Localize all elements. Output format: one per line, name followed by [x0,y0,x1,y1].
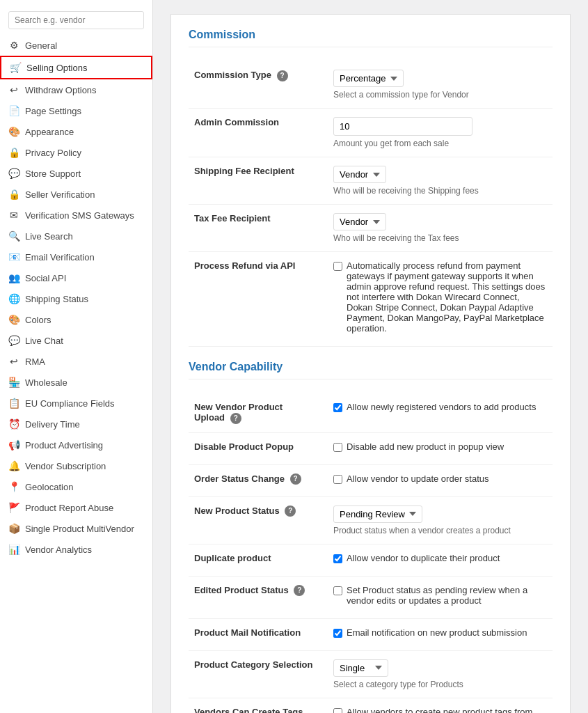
commission-table: Commission Type ? Percentage Fixed Combi… [189,61,553,347]
duplicate-product-field: Allow vendor to duplicate their product [328,544,553,576]
new-vendor-product-upload-hint[interactable]: ? [230,413,241,424]
vendor-analytics-icon: 📊 [8,544,19,555]
sidebar-item-geolocation[interactable]: 📍Geolocation [0,476,152,497]
sidebar-item-verification-sms[interactable]: ✉Verification SMS Gateways [0,205,152,226]
sidebar-item-seller-verification[interactable]: 🔒Seller Verification [0,184,152,205]
sidebar-item-label: Product Advertising [25,440,103,450]
sidebar-item-label: Shipping Status [25,294,88,304]
sidebar-item-general[interactable]: ⚙General [0,35,152,56]
general-icon: ⚙ [8,40,19,51]
sidebar-item-label: Product Report Abuse [25,503,113,513]
duplicate-product-description: Allow vendor to duplicate their product [347,553,500,563]
new-vendor-product-upload-checkbox[interactable] [333,403,342,412]
disable-product-popup-checkbox[interactable] [333,443,342,452]
order-status-change-hint[interactable]: ? [290,473,301,485]
sidebar-item-social-api[interactable]: 👥Social API [0,267,152,288]
search-box[interactable] [0,6,152,35]
shipping-fee-label: Shipping Fee Recipient [189,157,328,205]
sidebar-item-label: Vendor Analytics [25,544,92,555]
sidebar-item-colors[interactable]: 🎨Colors [0,309,152,330]
new-product-status-hint[interactable]: ? [285,506,296,517]
edited-product-status-description: Set Product status as pending review whe… [347,585,547,606]
product-mail-notification-description: Email notification on new product submis… [347,627,527,638]
sidebar-item-page-settings[interactable]: 📄Page Settings [0,100,152,121]
vendors-can-create-tags-description: Allow vendors to create new product tags… [347,707,547,713]
tax-fee-help: Who will be receiving the Tax fees [333,233,547,243]
sidebar-item-label: Selling Options [26,63,87,73]
tax-fee-select[interactable]: Vendor Admin [333,213,386,230]
admin-commission-label: Admin Commission [189,109,328,157]
sidebar-item-single-product[interactable]: 📦Single Product MultiVendor [0,518,152,539]
new-vendor-product-upload-label: New Vendor Product Upload ? [189,393,328,432]
verification-sms-icon: ✉ [8,210,19,221]
edited-product-status-hint[interactable]: ? [294,585,305,596]
commission-type-hint[interactable]: ? [277,70,288,81]
sidebar-item-product-report[interactable]: 🚩Product Report Abuse [0,497,152,518]
sidebar-item-label: RMA [25,356,45,367]
main-content: Commission Commission Type ? Percentage … [153,0,588,713]
sidebar-item-label: Single Product MultiVendor [25,524,134,534]
process-refund-row: Process Refund via API Automatically pro… [189,252,553,347]
product-mail-notification-row: Product Mail Notification Email notifica… [189,618,553,650]
sidebar-item-selling-options[interactable]: 🛒Selling Options [0,56,152,79]
content-box: Commission Commission Type ? Percentage … [170,14,571,713]
product-advertising-icon: 📢 [8,439,19,450]
vendors-can-create-tags-label: Vendors Can Create Tags [189,698,328,713]
shipping-fee-field: Vendor Admin Who will be receiving the S… [328,157,553,205]
sidebar-item-withdraw-options[interactable]: ↩Withdraw Options [0,79,152,100]
product-mail-notification-field: Email notification on new product submis… [328,618,553,650]
vendor-capability-table: New Vendor Product Upload ? Allow newly … [189,393,553,713]
product-category-selection-row: Product Category Selection Single Multip… [189,650,553,698]
process-refund-field: Automatically process refund from paymen… [328,252,553,347]
sidebar: ⚙General🛒Selling Options↩Withdraw Option… [0,0,153,713]
order-status-change-checkbox[interactable] [333,475,342,484]
sidebar-item-label: Live Chat [25,336,63,346]
sidebar-item-email-verification[interactable]: 📧Email Verification [0,246,152,267]
appearance-icon: 🎨 [8,126,19,137]
new-product-status-select[interactable]: Pending Review Published Draft [333,506,422,523]
new-vendor-product-upload-field: Allow newly registered vendors to add pr… [328,393,553,432]
sidebar-item-vendor-subscription[interactable]: 🔔Vendor Subscription [0,455,152,476]
sidebar-item-vendor-analytics[interactable]: 📊Vendor Analytics [0,539,152,560]
admin-commission-row: Admin Commission Amount you get from eac… [189,109,553,157]
sidebar-item-eu-compliance[interactable]: 📋EU Compliance Fields [0,393,152,414]
sidebar-item-live-chat[interactable]: 💬Live Chat [0,330,152,351]
sidebar-item-appearance[interactable]: 🎨Appearance [0,121,152,142]
disable-product-popup-label: Disable Product Popup [189,432,328,464]
sidebar-item-product-advertising[interactable]: 📢Product Advertising [0,434,152,455]
sidebar-item-label: Live Search [25,231,73,242]
order-status-change-label: Order Status Change ? [189,464,328,496]
live-chat-icon: 💬 [8,335,19,346]
search-input[interactable] [8,11,144,29]
sidebar-item-privacy-policy[interactable]: 🔒Privacy Policy [0,142,152,163]
vendors-can-create-tags-row: Vendors Can Create Tags Allow vendors to… [189,698,553,713]
product-category-selection-select[interactable]: Single Multiple [333,659,388,677]
order-status-change-row: Order Status Change ? Allow vendor to up… [189,464,553,496]
order-status-change-description: Allow vendor to update order status [347,473,489,484]
sidebar-item-rma[interactable]: ↩RMA [0,351,152,372]
duplicate-product-checkbox[interactable] [333,554,342,563]
sidebar-item-label: Appearance [25,127,74,137]
new-vendor-product-upload-description: Allow newly registered vendors to add pr… [347,402,536,412]
shipping-fee-select[interactable]: Vendor Admin [333,166,386,183]
process-refund-checkbox[interactable] [333,262,342,271]
sidebar-item-wholesale[interactable]: 🏪Wholesale [0,372,152,393]
sidebar-item-label: Store Support [25,169,81,179]
admin-commission-input[interactable] [333,117,472,136]
sidebar-item-store-support[interactable]: 💬Store Support [0,163,152,184]
product-mail-notification-checkbox[interactable] [333,629,342,638]
vendor-capability-section-title: Vendor Capability [189,361,553,379]
edited-product-status-checkbox[interactable] [333,586,342,595]
product-category-selection-field: Single Multiple Select a category type f… [328,650,553,698]
vendors-can-create-tags-checkbox[interactable] [333,708,342,713]
sidebar-item-delivery-time[interactable]: ⏰Delivery Time [0,414,152,434]
sidebar-item-live-search[interactable]: 🔍Live Search [0,226,152,246]
edited-product-status-row: Edited Product Status ? Set Product stat… [189,576,553,618]
seller-verification-icon: 🔒 [8,189,19,200]
order-status-change-field: Allow vendor to update order status [328,464,553,496]
commission-type-help: Select a commission type for Vendor [333,90,547,100]
commission-type-select[interactable]: Percentage Fixed Combined [333,70,404,87]
new-product-status-label: New Product Status ? [189,496,328,544]
sidebar-item-shipping-status[interactable]: 🌐Shipping Status [0,288,152,309]
sidebar-item-label: EU Compliance Fields [25,398,115,409]
